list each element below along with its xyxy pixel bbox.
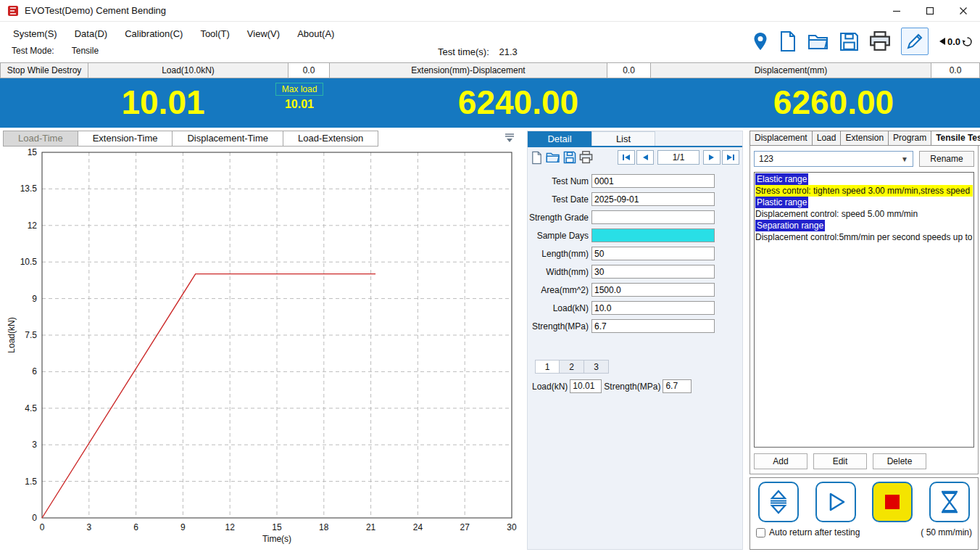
delete-button[interactable]: Delete xyxy=(873,453,926,469)
record-new-button[interactable] xyxy=(531,151,543,165)
svg-text:12: 12 xyxy=(225,522,236,532)
menu-view[interactable]: View(V) xyxy=(238,26,288,41)
menu-tool[interactable]: Tool(T) xyxy=(191,26,238,41)
start-test-button[interactable] xyxy=(815,482,856,522)
result-strength-value[interactable]: 6.7 xyxy=(663,379,692,393)
print-button[interactable] xyxy=(869,31,891,52)
menu-system[interactable]: System(S) xyxy=(4,26,66,41)
menu-calibration[interactable]: Calibration(C) xyxy=(116,26,191,41)
detail-tabs: Detail List xyxy=(528,131,742,147)
minimize-button[interactable] xyxy=(880,0,913,21)
test-time: Test time(s): 21.3 xyxy=(438,46,518,57)
stop-square-icon xyxy=(884,493,901,511)
machine-control-buttons xyxy=(750,478,978,522)
menu-about[interactable]: About(A) xyxy=(288,26,343,41)
record-save-button[interactable] xyxy=(563,151,576,164)
scheme-row: 123 ▼ Rename xyxy=(754,151,974,167)
edit-button[interactable] xyxy=(901,28,929,55)
sample-tab-1[interactable]: 1 xyxy=(535,360,560,374)
load-field[interactable] xyxy=(591,301,715,315)
record-page-indicator: 1/1 xyxy=(657,150,699,165)
location-button[interactable] xyxy=(752,32,768,52)
step-displacement-control[interactable]: Displacement control: speed 5.00 mm/min xyxy=(755,208,973,220)
field-label: Load(kN) xyxy=(528,303,591,313)
width-field[interactable] xyxy=(591,265,715,279)
add-button[interactable]: Add xyxy=(754,453,807,469)
step-buttons: Add Edit Delete xyxy=(754,453,974,469)
max-load-block: Max load 10.01 xyxy=(268,83,331,111)
test-num-field[interactable] xyxy=(591,174,715,188)
open-file-button[interactable] xyxy=(807,32,829,52)
nav-first-button[interactable] xyxy=(618,150,635,165)
scheme-select[interactable]: 123 ▼ xyxy=(754,151,913,167)
new-file-button[interactable] xyxy=(778,30,797,52)
timer-button[interactable] xyxy=(929,482,970,522)
detail-panel: Detail List xyxy=(527,131,743,550)
menu-data[interactable]: Data(D) xyxy=(66,26,117,41)
open-folder-icon xyxy=(546,151,560,164)
tab-extension[interactable]: Extension xyxy=(841,131,889,146)
detail-form: Test Num Test Date Strength Grade Sample… xyxy=(528,172,742,335)
edit-button-step[interactable]: Edit xyxy=(813,453,867,469)
step-elastic-range[interactable]: Elastic range xyxy=(755,173,808,185)
close-button[interactable] xyxy=(947,0,980,21)
extension-channel-value: 0.0 xyxy=(607,62,651,78)
svg-text:Load(kN): Load(kN) xyxy=(7,317,17,353)
window-controls xyxy=(880,0,980,21)
record-open-button[interactable] xyxy=(546,151,560,164)
app-icon xyxy=(7,5,19,17)
encoder-reset-button[interactable]: 0.0 xyxy=(939,36,973,47)
sample-days-field[interactable] xyxy=(591,228,715,242)
sample-tab-3[interactable]: 3 xyxy=(584,360,609,374)
save-button[interactable] xyxy=(839,32,859,52)
svg-text:9: 9 xyxy=(32,294,37,304)
rename-button[interactable]: Rename xyxy=(919,151,974,167)
nav-next-button[interactable] xyxy=(703,150,721,165)
svg-text:27: 27 xyxy=(460,522,470,532)
test-time-label: Test time(s): xyxy=(438,46,489,57)
svg-text:6: 6 xyxy=(32,366,37,376)
step-plastic-range[interactable]: Plastic range xyxy=(755,197,808,208)
length-field[interactable] xyxy=(591,247,715,260)
jog-position-button[interactable] xyxy=(758,482,799,522)
new-file-icon xyxy=(531,151,543,165)
max-load-value: 10.01 xyxy=(268,98,331,111)
tab-load[interactable]: Load xyxy=(813,131,842,146)
strength-grade-field[interactable] xyxy=(591,210,715,224)
tab-displacement[interactable]: Displacement xyxy=(749,131,813,146)
tab-extension-time[interactable]: Extension-Time xyxy=(78,131,173,147)
strength-field[interactable] xyxy=(591,319,715,333)
svg-text:0: 0 xyxy=(40,522,45,532)
record-print-button[interactable] xyxy=(579,151,593,164)
tab-displacement-time[interactable]: Displacement-Time xyxy=(173,131,283,147)
svg-text:15: 15 xyxy=(272,522,282,532)
step-displacement-control-2[interactable]: Displacement control:5mm/min per second … xyxy=(755,231,973,243)
tab-list[interactable]: List xyxy=(591,131,655,146)
stop-test-button[interactable] xyxy=(872,482,913,522)
auto-return-checkbox[interactable] xyxy=(756,528,765,537)
tab-detail[interactable]: Detail xyxy=(528,131,591,146)
sample-tab-2[interactable]: 2 xyxy=(560,360,584,374)
tab-load-time[interactable]: Load-Time xyxy=(3,131,78,147)
result-load-value[interactable]: 10.01 xyxy=(570,379,602,393)
area-field[interactable] xyxy=(591,283,715,297)
step-stress-control[interactable]: Stress control: tighten speed 3.00 mm/mi… xyxy=(755,185,973,197)
save-icon xyxy=(563,151,576,164)
detail-file-icons xyxy=(531,151,593,165)
titlebar: EVOTest(Demo) Cement Bending xyxy=(0,0,980,22)
tab-load-extension[interactable]: Load-Extension xyxy=(283,131,378,147)
print-icon xyxy=(869,31,891,52)
maximize-button[interactable] xyxy=(913,0,947,21)
close-icon xyxy=(959,7,968,15)
nav-last-button[interactable] xyxy=(722,150,739,165)
sample-tabs: 1 2 3 xyxy=(535,360,742,374)
chart-options-button[interactable] xyxy=(504,133,520,144)
nav-prev-button[interactable] xyxy=(636,150,654,165)
test-date-field[interactable] xyxy=(591,192,715,206)
tab-tensile-test[interactable]: Tensile Test xyxy=(931,131,980,146)
max-load-label: Max load xyxy=(275,83,324,96)
program-steps-list[interactable]: Elastic range Stress control: tighten sp… xyxy=(754,172,974,448)
step-separation-range[interactable]: Separation range xyxy=(755,220,825,231)
field-label: Test Num xyxy=(528,176,591,186)
tab-program[interactable]: Program xyxy=(889,131,931,146)
